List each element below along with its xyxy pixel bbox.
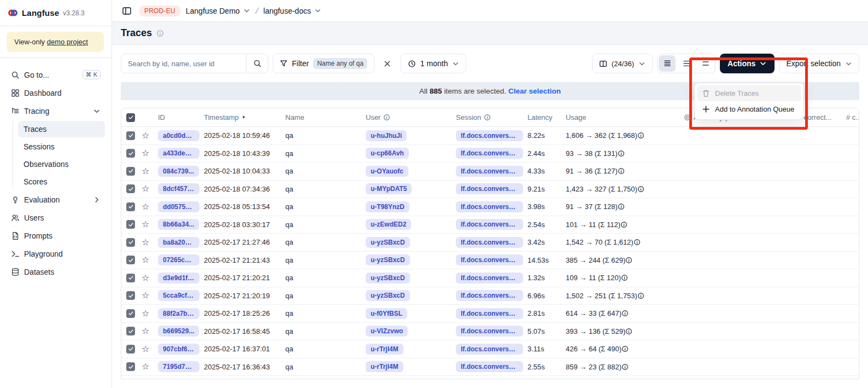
star-icon[interactable]: ☆ (142, 274, 149, 282)
trace-user-link[interactable]: u-rTrjI4M (366, 361, 403, 372)
trace-session-link[interactable]: lf.docs.conversation... (456, 130, 523, 141)
trace-id-link[interactable]: b669529... (158, 326, 199, 337)
column-header-name[interactable]: Name (285, 113, 366, 121)
org-switcher[interactable]: Langfuse Demo (186, 7, 250, 15)
trace-user-link[interactable]: u-OYauofc (366, 166, 408, 177)
star-icon[interactable]: ☆ (142, 184, 149, 193)
row-checkbox[interactable] (126, 309, 135, 318)
star-icon[interactable]: ☆ (142, 202, 149, 211)
trace-user-link[interactable]: u-huJhuJi (366, 130, 407, 141)
sidebar-item-datasets[interactable]: Datasets (7, 263, 105, 281)
star-icon[interactable]: ☆ (142, 149, 149, 158)
project-switcher[interactable]: langfuse-docs (263, 7, 321, 15)
trace-session-link[interactable]: lf.docs.conversation... (456, 308, 523, 319)
trace-user-link[interactable]: u-rTrjI4M (366, 344, 403, 355)
row-checkbox[interactable] (126, 291, 135, 300)
trace-user-link[interactable]: u-MYpDAT5 (366, 183, 412, 194)
row-height-small-button[interactable] (659, 55, 676, 72)
menu-item-add-to-annotation-queue[interactable]: Add to Annotation Queue (697, 101, 801, 117)
star-icon[interactable]: ☆ (142, 362, 149, 371)
trace-session-link[interactable]: lf.docs.conversation... (456, 326, 523, 337)
row-checkbox[interactable] (126, 362, 135, 371)
trace-session-link[interactable]: lf.docs.conversation... (456, 254, 523, 265)
trace-session-link[interactable]: lf.docs.conversation... (456, 219, 523, 230)
trace-id-link[interactable]: 88f2a7b0... (158, 308, 200, 319)
trace-id-link[interactable]: 5cca9cf2... (158, 290, 200, 301)
trace-session-link[interactable]: lf.docs.conversation... (456, 148, 523, 159)
sidebar-toggle-button[interactable] (120, 4, 134, 18)
trace-id-link[interactable]: 8dcf4574... (158, 183, 200, 194)
row-checkbox[interactable] (126, 238, 135, 247)
trace-id-link[interactable]: ba8a208f... (158, 237, 200, 248)
sidebar-item-prompts[interactable]: Prompts (7, 227, 105, 245)
trace-user-link[interactable]: u-yzSBxcD (366, 237, 410, 248)
trace-session-link[interactable]: lf.docs.conversation... (456, 201, 523, 212)
sidebar-item-evaluation[interactable]: Evaluation (7, 191, 105, 209)
row-height-large-button[interactable] (696, 54, 715, 73)
star-icon[interactable]: ☆ (142, 131, 149, 140)
row-checkbox[interactable] (126, 274, 135, 282)
column-header-id[interactable]: ID (158, 113, 204, 121)
trace-id-link[interactable]: a0cd0d9... (158, 130, 200, 141)
search-input[interactable] (121, 60, 246, 68)
trace-id-link[interactable]: 7195d78e... (158, 361, 200, 372)
star-icon[interactable]: ☆ (142, 309, 149, 318)
export-selection-button[interactable]: Export selection (779, 54, 859, 73)
column-header-usage[interactable]: Usage (566, 113, 684, 121)
time-range-button[interactable]: 1 month (401, 54, 467, 73)
column-visibility-button[interactable]: (24/36) (592, 54, 653, 73)
star-icon[interactable]: ☆ (142, 256, 149, 264)
trace-user-link[interactable]: u-cp66Avh (366, 148, 409, 159)
trace-user-link[interactable]: u-T98YnzD (366, 201, 409, 212)
demo-project-link[interactable]: demo project (47, 38, 88, 46)
trace-session-link[interactable]: lf.docs.conversation... (456, 273, 523, 283)
trace-session-link[interactable]: lf.docs.conversation... (456, 166, 523, 177)
clear-selection-link[interactable]: Clear selection (508, 87, 561, 95)
star-icon[interactable]: ☆ (142, 345, 149, 354)
sidebar-item-scores[interactable]: Scores (18, 173, 105, 190)
column-header-c[interactable]: # c... (846, 113, 859, 121)
trace-session-link[interactable]: lf.docs.conversation... (456, 344, 523, 355)
trace-user-link[interactable]: u-zEwdED2 (366, 219, 411, 230)
trace-user-link[interactable]: u-VIZzvwo (366, 326, 408, 337)
clear-filter-button[interactable] (380, 56, 395, 71)
sidebar-item-dashboard[interactable]: Dashboard (7, 84, 105, 102)
sidebar-item-traces[interactable]: Traces (18, 121, 105, 137)
column-header-latency[interactable]: Latency (527, 113, 566, 121)
select-all-checkbox[interactable] (126, 113, 135, 122)
trace-user-link[interactable]: u-yzSBxcD (366, 273, 410, 283)
row-checkbox[interactable] (126, 220, 135, 229)
trace-session-link[interactable]: lf.docs.conversation... (456, 183, 523, 194)
trace-session-link[interactable]: lf.docs.conversation... (456, 290, 523, 301)
column-header-session[interactable]: Session (456, 113, 527, 121)
row-checkbox[interactable] (126, 327, 135, 335)
star-icon[interactable]: ☆ (142, 238, 149, 247)
row-checkbox[interactable] (126, 345, 135, 354)
trace-id-link[interactable]: 8b66a34... (158, 219, 199, 230)
trace-id-link[interactable]: d3e9d1f2... (158, 273, 200, 283)
search-submit-button[interactable] (246, 54, 268, 73)
star-icon[interactable]: ☆ (142, 220, 149, 229)
row-checkbox[interactable] (126, 202, 135, 211)
row-checkbox[interactable] (126, 167, 135, 176)
trace-id-link[interactable]: 07265c7a... (158, 254, 200, 265)
trace-id-link[interactable]: dd05753... (158, 201, 200, 212)
sidebar-item-playground[interactable]: Playground (7, 245, 105, 263)
trace-session-link[interactable]: lf.docs.conversation... (456, 361, 523, 372)
column-header-timestamp[interactable]: Timestamp▼ (204, 113, 285, 121)
sidebar-item-tracing[interactable]: Tracing (7, 102, 105, 120)
star-icon[interactable]: ☆ (142, 327, 149, 335)
actions-button[interactable]: Actions (720, 54, 775, 73)
row-checkbox[interactable] (126, 149, 135, 158)
sidebar-item-observations[interactable]: Observations (18, 156, 105, 172)
column-header-user[interactable]: User (366, 113, 456, 121)
star-icon[interactable]: ☆ (142, 291, 149, 300)
star-icon[interactable]: ☆ (142, 167, 149, 176)
trace-id-link[interactable]: a433de51... (158, 148, 200, 159)
trace-user-link[interactable]: u-yzSBxcD (366, 290, 410, 301)
row-checkbox[interactable] (126, 184, 135, 193)
trace-session-link[interactable]: lf.docs.conversation... (456, 237, 523, 248)
filter-button[interactable]: Filter Name any of qa (273, 54, 374, 73)
goto-search[interactable]: Go to... ⌘ K (7, 66, 105, 84)
trace-user-link[interactable]: u-yzSBxcD (366, 254, 410, 265)
